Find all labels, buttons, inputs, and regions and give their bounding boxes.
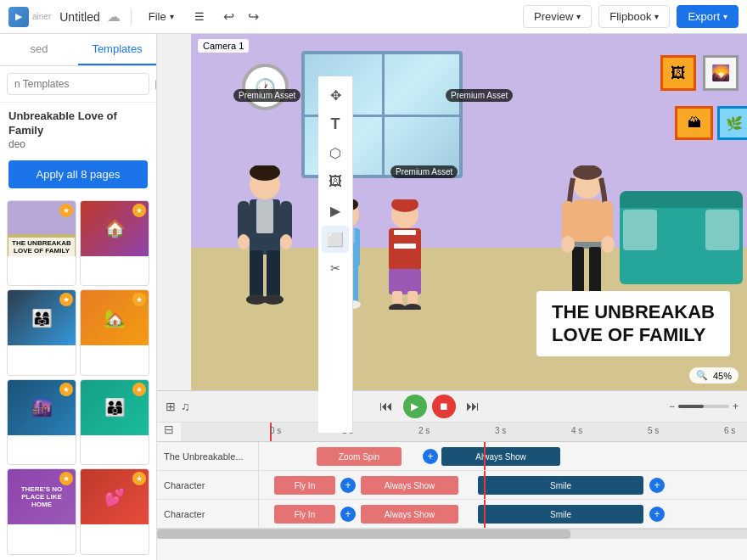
add-clip-btn-5[interactable]: + <box>649 507 665 522</box>
zoom-plus-icon[interactable]: + <box>733 400 739 412</box>
clip-smile-1[interactable]: Smile <box>478 476 643 495</box>
clip-always-show-3[interactable]: Always Show <box>361 505 458 524</box>
thumb-item-8[interactable]: 💕 ★ <box>80 468 149 555</box>
preview-chevron-icon: ▾ <box>576 12 581 21</box>
timeline-left-controls: ⊞ ♫ <box>166 400 190 413</box>
preview-button[interactable]: Preview ▾ <box>523 5 592 28</box>
zoom-out-icon[interactable]: 🔍 <box>696 370 708 381</box>
timeline-zoom-controls: − + <box>669 400 739 412</box>
redo-button[interactable]: ↪ <box>243 5 264 28</box>
svg-rect-36 <box>572 247 584 296</box>
ruler-label-spacer <box>181 423 270 441</box>
svg-rect-25 <box>394 237 416 242</box>
crown-icon-6: ★ <box>132 383 146 396</box>
image-tool[interactable]: 🖼 <box>322 168 349 195</box>
timeline-scrollbar[interactable] <box>157 529 747 539</box>
sidebar-search-area: ⊟ <box>0 66 156 103</box>
app-title: Untitled <box>59 10 99 24</box>
right-buttons: Preview ▾ Flipbook ▾ Export ▾ <box>523 5 739 28</box>
add-clip-btn-1[interactable]: + <box>423 449 438 464</box>
text-tool[interactable]: T <box>322 110 349 137</box>
topbar: ▶ ainer Untitled ☁ File ▾ ☰ ↩ ↪ Preview … <box>0 0 747 34</box>
add-clip-btn-3[interactable]: + <box>649 478 665 493</box>
clip-fly-in-1[interactable]: Fly In <box>274 476 335 495</box>
tab-used[interactable]: sed <box>0 34 78 65</box>
export-button[interactable]: Export ▾ <box>677 5 739 28</box>
svg-rect-34 <box>574 199 601 246</box>
template-name: Unbreakable Love of Family <box>8 109 148 138</box>
svg-rect-26 <box>394 244 416 249</box>
timeline-scroll-thumb[interactable] <box>157 529 570 539</box>
select-tool[interactable]: ⬜ <box>322 226 349 253</box>
undo-button[interactable]: ↩ <box>218 5 239 28</box>
add-clip-btn-4[interactable]: + <box>340 507 356 522</box>
thumb-item-4[interactable]: 🏡 ★ <box>80 289 149 376</box>
canvas-viewport[interactable]: Camera 1 🕐 <box>191 34 747 390</box>
template-title-area: Unbreakable Love of Family deo <box>0 103 156 154</box>
canvas-wrapper: Camera 1 🕐 <box>191 34 747 390</box>
sofa <box>620 191 743 284</box>
clip-always-show-2[interactable]: Always Show <box>361 476 458 495</box>
sidebar-tabs: sed Templates <box>0 34 156 66</box>
zoom-level: 45% <box>713 371 732 381</box>
playhead-3 <box>484 500 486 528</box>
character-girl <box>382 199 429 310</box>
apply-all-button[interactable]: Apply all 8 pages <box>8 160 148 188</box>
stop-button[interactable]: ⏹ <box>432 395 456 418</box>
picture-icon-2: 🌄 <box>711 64 730 82</box>
thumbnail-grid: THE UNBREAKABLOVE OF FAMILY ★ 🏠 ★ 👨‍👩‍👧 … <box>0 195 156 560</box>
zoom-minus-icon[interactable]: − <box>669 400 675 412</box>
row-track-1[interactable]: Zoom Spin Always Show + <box>259 442 747 470</box>
zoom-slider-track[interactable] <box>678 405 729 408</box>
clip-fly-in-2[interactable]: Fly In <box>274 505 335 524</box>
thumb-item-1[interactable]: THE UNBREAKABLOVE OF FAMILY ★ <box>7 200 76 287</box>
undo-redo-group: ↩ ↪ <box>218 5 264 28</box>
music-icon[interactable]: ♫ <box>181 400 190 413</box>
clip-zoom-spin[interactable]: Zoom Spin <box>317 447 402 466</box>
ruler-5s: 5 s <box>648 426 659 435</box>
sofa-pillow-right <box>705 210 739 250</box>
svg-point-10 <box>238 234 250 249</box>
wall-pic-4: 🌿 <box>717 106 747 140</box>
premium-badge-2: Premium Asset <box>446 89 513 102</box>
skip-back-button[interactable]: ⏮ <box>374 395 398 418</box>
shape-tool[interactable]: ⬡ <box>322 139 349 166</box>
thumb-item-7[interactable]: THERE'S NO PLACE LIKE HOME ★ <box>7 468 76 555</box>
timeline-filter-icon[interactable]: ⊟ <box>157 423 181 441</box>
wall-pic-3: 🏔 <box>675 106 713 140</box>
row-track-2[interactable]: Fly In + Always Show Smile + <box>259 471 747 499</box>
thumb-item-3[interactable]: 👨‍👩‍👧 ★ <box>7 289 76 376</box>
clip-smile-2[interactable]: Smile <box>478 505 643 524</box>
flipbook-button[interactable]: Flipbook ▾ <box>598 5 670 28</box>
hamburger-menu[interactable]: ☰ <box>188 7 211 26</box>
export-chevron-icon: ▾ <box>723 12 727 21</box>
cloud-icon[interactable]: ☁ <box>107 8 121 25</box>
timeline-row-1: The Unbreakable... Zoom Spin Always Show… <box>157 442 747 471</box>
thumb-item-5[interactable]: 🌆 ★ <box>7 379 76 466</box>
video-tool[interactable]: ▶ <box>322 197 349 224</box>
thumb-item-6[interactable]: 👨‍👩‍👦 ★ <box>80 379 149 466</box>
thumb-item-2[interactable]: 🏠 ★ <box>80 200 149 287</box>
timeline-ruler-row: ⊟ 0 s 1 s 2 s 3 s 4 s 5 s 6 s <box>157 423 747 442</box>
pointer-tool[interactable]: ✥ <box>322 81 349 109</box>
svg-rect-3 <box>256 199 273 233</box>
main-area: sed Templates ⊟ Unbreakable Love of Fami… <box>0 34 747 560</box>
file-menu[interactable]: File ▾ <box>142 7 181 26</box>
add-clip-btn-2[interactable]: + <box>340 478 356 493</box>
playhead-1 <box>484 442 486 470</box>
search-input[interactable] <box>7 73 149 95</box>
skip-forward-button[interactable]: ⏭ <box>461 395 485 418</box>
row-label-2: Character <box>157 471 259 499</box>
clip-always-show-1[interactable]: Always Show <box>441 447 560 466</box>
play-button[interactable]: ▶ <box>403 395 427 418</box>
title-line-2: LOVE OF FAMILY <box>552 324 705 345</box>
flipbook-chevron-icon: ▾ <box>654 12 659 21</box>
crop-tool[interactable]: ✂ <box>322 255 349 282</box>
svg-point-11 <box>280 234 292 249</box>
flipbook-label: Flipbook <box>609 10 651 23</box>
app-trainer-label: ainer <box>32 12 51 21</box>
file-chevron-icon: ▾ <box>170 12 174 21</box>
tab-templates[interactable]: Templates <box>78 34 156 65</box>
row-track-3[interactable]: Fly In + Always Show Smile + <box>259 500 747 528</box>
add-scene-icon[interactable]: ⊞ <box>166 400 176 413</box>
